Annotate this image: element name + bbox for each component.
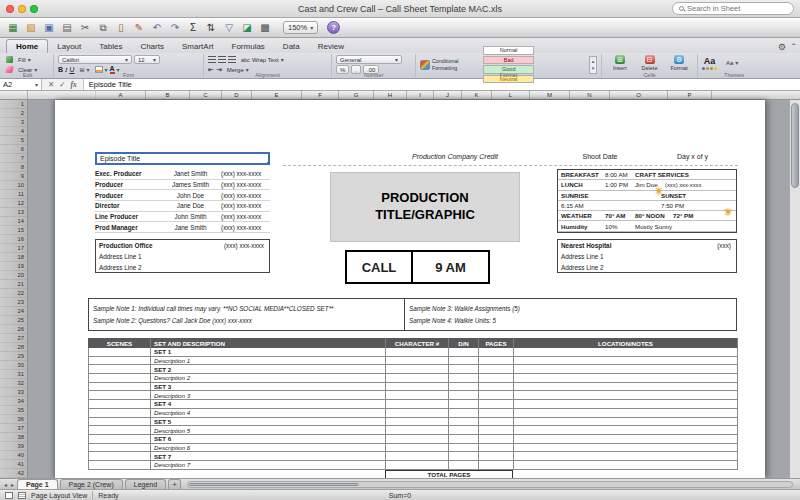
breakfast-time[interactable]: 8:00 AM bbox=[605, 171, 635, 178]
cell[interactable] bbox=[449, 418, 479, 427]
gallery-icon[interactable]: ◪ bbox=[240, 21, 254, 35]
row-header[interactable]: 16 bbox=[0, 235, 27, 244]
insert-function-icon[interactable]: fx bbox=[71, 80, 77, 89]
selection-fill-handle[interactable] bbox=[267, 162, 270, 165]
Jane Smith[interactable]: Prod Manager Jane Smith (xxx) xxx-xxxx bbox=[95, 222, 270, 233]
cell[interactable] bbox=[479, 409, 514, 418]
row-header[interactable]: 37 bbox=[0, 424, 27, 433]
cell[interactable] bbox=[479, 444, 514, 453]
cell[interactable] bbox=[449, 435, 479, 444]
align-right-icon[interactable] bbox=[228, 56, 236, 63]
sheet-tab-page2-crew[interactable]: Page 2 (Crew) bbox=[60, 479, 123, 489]
call-time[interactable]: 9 AM bbox=[413, 252, 488, 282]
production-title-graphic[interactable]: PRODUCTION TITLE/GRAPHIC bbox=[330, 172, 520, 242]
select-all-corner[interactable] bbox=[0, 91, 28, 99]
conditional-formatting-button[interactable]: Conditional Formatting bbox=[420, 58, 480, 70]
row-header[interactable]: 4 bbox=[0, 127, 27, 136]
column-header[interactable]: D bbox=[222, 91, 252, 99]
cell[interactable] bbox=[386, 409, 449, 418]
cell[interactable] bbox=[514, 400, 738, 409]
schedule-weather-block[interactable]: BREAKFAST 8:00 AM CRAFT SERVICES LUNCH 1… bbox=[557, 169, 737, 233]
column-header[interactable]: B bbox=[146, 91, 190, 99]
row-header[interactable]: 35 bbox=[0, 406, 27, 415]
open-icon[interactable]: ▧ bbox=[24, 21, 38, 35]
search-input[interactable] bbox=[687, 4, 787, 13]
crew-name[interactable]: Janet Smith bbox=[163, 170, 218, 177]
cell[interactable] bbox=[89, 418, 151, 427]
row-header[interactable]: 11 bbox=[0, 190, 27, 199]
tab-tables[interactable]: Tables bbox=[90, 40, 131, 53]
cell[interactable] bbox=[449, 391, 479, 400]
sample-note-3[interactable]: Sample Note 3: Walkie Assignments (5) bbox=[409, 305, 732, 312]
tab-charts[interactable]: Charts bbox=[131, 40, 173, 53]
column-header[interactable]: A bbox=[96, 91, 146, 99]
font-family-select[interactable]: Calibri▾ bbox=[58, 55, 132, 64]
cell[interactable] bbox=[449, 444, 479, 453]
humidity-value[interactable]: 10% bbox=[605, 223, 635, 230]
column-header[interactable]: K bbox=[462, 91, 492, 99]
cell[interactable] bbox=[479, 426, 514, 435]
cell[interactable] bbox=[386, 391, 449, 400]
row-header[interactable]: 19 bbox=[0, 262, 27, 271]
column-header[interactable]: N bbox=[570, 91, 610, 99]
cell-style-chip[interactable]: Bad bbox=[483, 56, 534, 65]
production-office-block[interactable]: Production Office(xxx) xxx-xxxx Address … bbox=[95, 239, 270, 273]
cell[interactable]: SET 1 bbox=[151, 348, 386, 357]
zoom-window-icon[interactable] bbox=[30, 5, 38, 13]
cell[interactable] bbox=[386, 383, 449, 392]
row-header[interactable]: 2 bbox=[0, 109, 27, 118]
cell[interactable] bbox=[514, 374, 738, 383]
sample-notes-block[interactable]: Sample Note 1: Individual call times may… bbox=[88, 298, 737, 331]
name-box[interactable]: A2 ▾ bbox=[0, 79, 42, 90]
cell[interactable] bbox=[449, 461, 479, 470]
row-header[interactable]: 6 bbox=[0, 145, 27, 154]
episode-title-cell[interactable]: Episode Title bbox=[95, 152, 270, 165]
sheet-tab-legend[interactable]: Legend bbox=[125, 479, 166, 489]
cell[interactable] bbox=[89, 435, 151, 444]
column-header[interactable]: L bbox=[492, 91, 530, 99]
row-header[interactable]: 38 bbox=[0, 433, 27, 442]
cell[interactable] bbox=[449, 452, 479, 461]
row-header[interactable]: 27 bbox=[0, 334, 27, 343]
lunch-time[interactable]: 1:00 PM bbox=[605, 181, 635, 188]
crew-role[interactable]: Prod Manager bbox=[95, 224, 163, 231]
row-header[interactable]: 25 bbox=[0, 316, 27, 325]
cell[interactable]: Description 3 bbox=[151, 391, 386, 400]
cancel-entry-icon[interactable]: ✕ bbox=[48, 80, 54, 89]
row-header[interactable]: 29 bbox=[0, 352, 27, 361]
set-row[interactable]: SET 5 bbox=[88, 418, 737, 427]
cell[interactable] bbox=[89, 365, 151, 374]
cell-style-chip[interactable]: Normal bbox=[483, 46, 534, 55]
total-pages-cell[interactable]: TOTAL PAGES bbox=[385, 470, 513, 478]
row-header[interactable]: 13 bbox=[0, 208, 27, 217]
cell[interactable] bbox=[514, 418, 738, 427]
description-row[interactable]: Description 7 bbox=[88, 461, 737, 470]
row-header[interactable]: 17 bbox=[0, 244, 27, 253]
row-header[interactable]: 5 bbox=[0, 136, 27, 145]
sample-note-1[interactable]: Sample Note 1: Individual call times may… bbox=[93, 305, 400, 312]
delete-cells-button[interactable]: ⊟ Delete bbox=[636, 55, 664, 71]
cell[interactable] bbox=[514, 391, 738, 400]
cell[interactable] bbox=[479, 348, 514, 357]
copy-icon[interactable]: ⧉ bbox=[96, 21, 110, 35]
row-header[interactable]: 21 bbox=[0, 280, 27, 289]
new-workbook-icon[interactable]: ▦ bbox=[6, 21, 20, 35]
row-header[interactable]: 15 bbox=[0, 226, 27, 235]
crew-phone[interactable]: (xxx) xxx-xxxx bbox=[218, 202, 270, 209]
crew-phone[interactable]: (xxx) xxx-xxxx bbox=[218, 170, 270, 177]
cell[interactable] bbox=[479, 365, 514, 374]
vertical-scrollbar-thumb[interactable] bbox=[791, 103, 799, 188]
align-center-icon[interactable] bbox=[218, 56, 226, 63]
set-row[interactable]: SET 4 bbox=[88, 400, 737, 409]
add-sheet-button[interactable]: + bbox=[168, 479, 181, 489]
redo-icon[interactable]: ↷ bbox=[168, 21, 182, 35]
row-header[interactable]: 40 bbox=[0, 451, 27, 460]
cell[interactable] bbox=[449, 383, 479, 392]
cell[interactable] bbox=[514, 348, 738, 357]
James Smith[interactable]: Producer James Smith (xxx) xxx-xxxx bbox=[95, 180, 270, 191]
cell[interactable] bbox=[89, 374, 151, 383]
cell[interactable] bbox=[479, 435, 514, 444]
cell[interactable] bbox=[89, 400, 151, 409]
column-header[interactable]: P bbox=[668, 91, 712, 99]
row-header[interactable]: 18 bbox=[0, 253, 27, 262]
